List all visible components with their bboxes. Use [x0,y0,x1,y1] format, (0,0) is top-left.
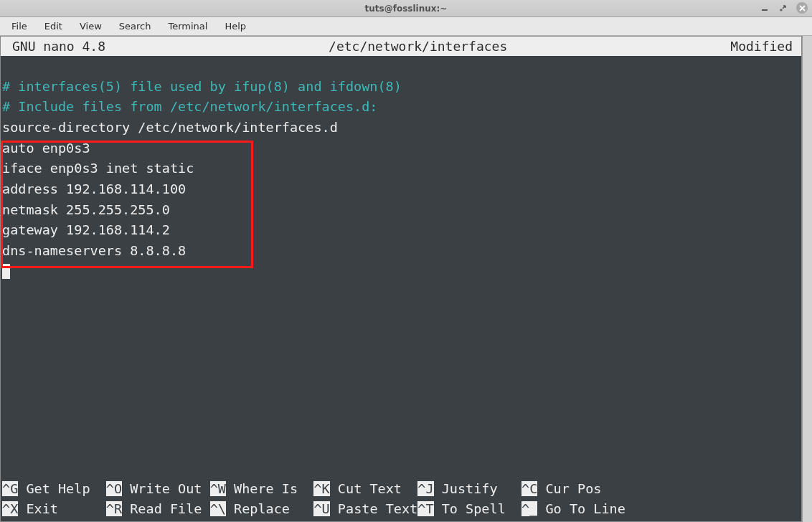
shortcut-label: Cur Pos [537,481,625,496]
menu-search[interactable]: Search [112,19,159,34]
shortcut-key: ^K [313,481,329,496]
menu-file[interactable]: File [4,19,34,34]
config-line: iface enp0s3 inet static [2,158,800,179]
nano-header: GNU nano 4.8 /etc/network/interfaces Mod… [1,37,801,56]
shortcut-label: To Spell [434,501,522,516]
shortcut-key: ^U [313,501,329,516]
shortcut-label: Paste Text [330,501,418,516]
config-line: address 192.168.114.100 [2,179,800,200]
menu-view[interactable]: View [72,19,109,34]
comment-line: # Include files from /etc/network/interf… [2,97,800,118]
shortcut-key: ^O [106,481,122,496]
terminal-area[interactable]: GNU nano 4.8 /etc/network/interfaces Mod… [0,36,802,522]
nano-filename: /etc/network/interfaces [105,37,730,56]
nano-shortcut-bar: ^G Get Help ^O Write Out ^W Where Is ^K … [1,479,801,521]
shortcut-label: Read File [122,501,210,516]
shortcut-key: ^C [521,481,537,496]
nano-status: Modified [730,37,797,56]
config-line: source-directory /etc/network/interfaces… [2,118,800,138]
window-titlebar: tuts@fosslinux:~ [0,0,812,17]
nano-app-name: GNU nano 4.8 [5,37,105,56]
shortcut-key: ^G [2,481,18,496]
menu-terminal[interactable]: Terminal [161,19,214,34]
comment-line: # interfaces(5) file used by ifup(8) and… [2,77,800,98]
config-line: gateway 192.168.114.2 [2,220,800,241]
shortcut-key: ^\ [210,501,226,516]
maximize-button[interactable] [778,2,789,14]
minimize-button[interactable] [759,2,770,14]
shortcut-label: Justify [434,481,522,496]
config-line: netmask 255.255.255.0 [2,200,800,221]
menu-help[interactable]: Help [217,19,253,34]
menu-edit[interactable]: Edit [37,19,70,34]
shortcut-key: ^_ [521,501,537,516]
shortcut-label: Where Is [226,481,314,496]
shortcut-key: ^T [417,501,433,516]
shortcut-key: ^X [2,501,18,516]
config-line: auto enp0s3 [2,138,800,159]
editor-content[interactable]: # interfaces(5) file used by ifup(8) and… [1,56,801,479]
shortcut-key: ^R [106,501,122,516]
vertical-scrollbar[interactable] [802,36,812,522]
window-controls [759,2,808,14]
shortcut-label: Write Out [122,481,210,496]
shortcut-key: ^J [417,481,433,496]
shortcut-key: ^W [210,481,226,496]
config-line: dns-nameservers 8.8.8.8 [2,241,800,262]
shortcut-label: Replace [226,501,314,516]
menu-bar: File Edit View Search Terminal Help [0,17,812,36]
shortcut-label: Exit [18,501,106,516]
shortcut-label: Get Help [18,481,106,496]
close-button[interactable] [796,2,808,14]
text-cursor [2,264,10,279]
svg-point-1 [780,9,783,11]
shortcut-label: Cut Text [330,481,418,496]
shortcut-label: Go To Line [537,501,625,516]
window-title: tuts@fosslinux:~ [365,4,448,14]
